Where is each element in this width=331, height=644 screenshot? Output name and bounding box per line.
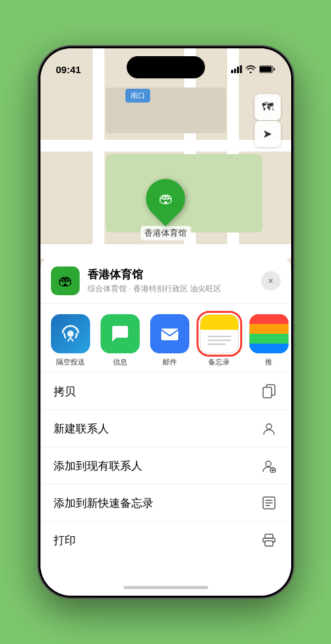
map-south-entrance: 南口 [125, 89, 150, 103]
new-contact-icon [260, 419, 278, 438]
map-controls: 🗺 ➤ [255, 94, 281, 147]
add-note-label: 添加到新快速备忘录 [54, 496, 153, 511]
share-more[interactable]: 推 [249, 314, 289, 367]
action-new-contact[interactable]: 新建联系人 [40, 410, 291, 447]
messages-icon [101, 314, 140, 353]
action-add-existing[interactable]: 添加到现有联系人 [40, 447, 291, 485]
notes-label: 备忘录 [208, 357, 230, 367]
status-icons [231, 65, 276, 73]
notes-icon [200, 314, 239, 353]
stadium-label: 香港体育馆 [140, 226, 191, 240]
close-button[interactable]: × [261, 271, 281, 291]
new-contact-label: 新建联系人 [54, 421, 109, 436]
messages-label: 信息 [113, 357, 127, 367]
svg-rect-9 [263, 387, 272, 398]
action-list: 拷贝 新建联系人 [40, 373, 291, 558]
action-copy[interactable]: 拷贝 [40, 373, 291, 410]
svg-rect-1 [234, 69, 236, 73]
svg-rect-7 [161, 329, 178, 340]
share-mail[interactable]: 邮件 [150, 314, 189, 367]
svg-rect-15 [265, 534, 273, 538]
action-add-note[interactable]: 添加到新快速备忘录 [40, 485, 291, 522]
mail-label: 邮件 [163, 357, 177, 367]
svg-point-11 [266, 461, 271, 466]
share-airdrop[interactable]: 隔空投送 [51, 314, 90, 367]
airdrop-label: 隔空投送 [56, 357, 85, 367]
share-notes[interactable]: 备忘录 [200, 314, 239, 367]
copy-icon [260, 382, 278, 400]
bottom-sheet: 🏟 香港体育馆 综合体育馆 · 香港特别行政区 油尖旺区 × [40, 256, 291, 596]
svg-rect-0 [231, 70, 233, 73]
svg-rect-14 [265, 541, 273, 546]
home-indicator [123, 586, 208, 589]
svg-rect-5 [260, 67, 272, 72]
copy-label: 拷贝 [54, 384, 76, 399]
venue-name: 香港体育馆 [87, 267, 253, 282]
wifi-icon [245, 65, 256, 73]
svg-point-10 [266, 424, 272, 429]
mail-icon [150, 314, 189, 353]
location-button[interactable]: ➤ [255, 121, 281, 147]
stadium-pin: 🏟 [138, 171, 193, 227]
more-icon [249, 314, 289, 353]
print-icon [260, 531, 278, 549]
more-label: 推 [265, 357, 272, 367]
share-row: 隔空投送 信息 [40, 304, 291, 373]
stadium-icon: 🏟 [159, 190, 173, 207]
badge-text: 南口 [131, 91, 145, 99]
print-label: 打印 [54, 533, 76, 548]
stadium-marker[interactable]: 🏟 香港体育馆 [140, 179, 191, 240]
venue-icon: 🏟 [51, 266, 80, 295]
share-messages[interactable]: 信息 [101, 314, 140, 367]
add-existing-icon [260, 457, 278, 475]
dynamic-island [127, 56, 205, 78]
svg-rect-2 [237, 67, 239, 73]
signal-icon [231, 65, 242, 73]
map-type-button[interactable]: 🗺 [255, 94, 281, 120]
venue-subtitle: 综合体育馆 · 香港特别行政区 油尖旺区 [87, 283, 253, 295]
action-print[interactable]: 打印 [40, 522, 291, 558]
svg-rect-3 [240, 65, 242, 73]
phone-frame: 南口 🏟 香港体育馆 🗺 ➤ 09:41 [39, 46, 293, 598]
time-display: 09:41 [56, 64, 81, 75]
phone-screen: 南口 🏟 香港体育馆 🗺 ➤ 09:41 [40, 48, 291, 596]
add-existing-label: 添加到现有联系人 [54, 459, 142, 474]
venue-info: 香港体育馆 综合体育馆 · 香港特别行政区 油尖旺区 [87, 267, 253, 295]
battery-icon [259, 65, 276, 73]
svg-point-6 [67, 330, 74, 337]
airdrop-icon [51, 314, 90, 353]
venue-header: 🏟 香港体育馆 综合体育馆 · 香港特别行政区 油尖旺区 × [40, 256, 291, 304]
add-note-icon [260, 494, 278, 512]
